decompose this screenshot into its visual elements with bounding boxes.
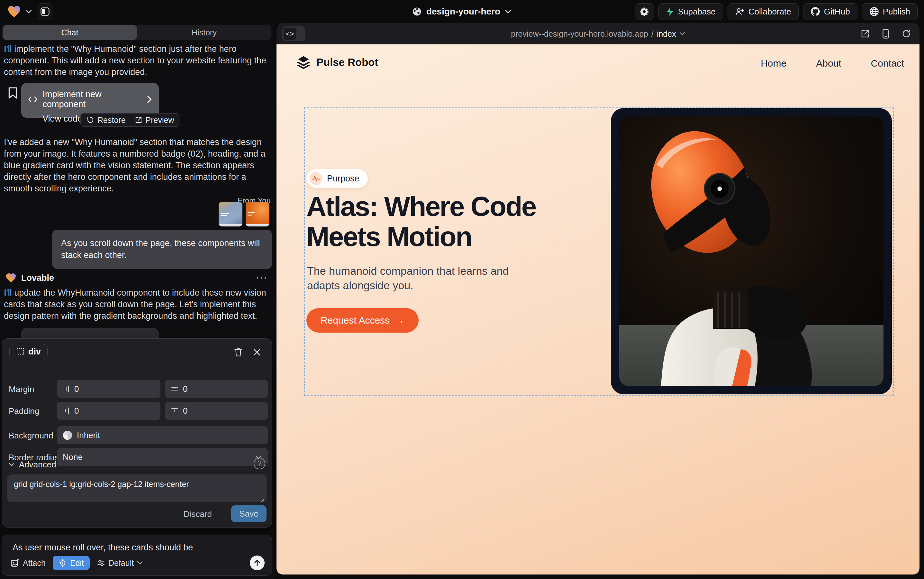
padding-vertical-icon (171, 407, 178, 414)
layers-logo-icon (296, 55, 310, 69)
composer-toolbar: Attach Edit Default (11, 556, 264, 570)
open-external-icon[interactable] (860, 29, 870, 39)
top-bar: design-your-hero Supabase (0, 0, 924, 23)
site-logo[interactable]: Pulse Robot (296, 55, 379, 69)
restore-button[interactable]: Restore (87, 116, 126, 125)
hero-robot-card (611, 108, 892, 394)
purpose-badge: Purpose (306, 169, 368, 188)
selected-element-pill[interactable]: div (9, 344, 47, 359)
background-input[interactable]: Inherit (57, 426, 268, 444)
hero-heading-line1: Atlas: Where Code (306, 191, 536, 221)
preview-top-bar: <> preview--design-your-hero.lovable.app… (276, 23, 919, 44)
logo-chevron-down-icon[interactable] (25, 9, 32, 14)
padding-horizontal-icon (63, 407, 70, 415)
nav-about[interactable]: About (816, 58, 841, 69)
tab-chat[interactable]: Chat (3, 25, 137, 40)
element-box-icon (16, 347, 24, 356)
github-button[interactable]: GitHub (803, 3, 857, 20)
padding-x-input[interactable]: 0 (57, 402, 160, 420)
send-button[interactable] (250, 556, 264, 570)
trash-icon (234, 348, 242, 357)
component-card-header: Implement new component (28, 90, 152, 110)
nav-home[interactable]: Home (761, 58, 787, 69)
padding-y-input[interactable]: 0 (165, 402, 268, 420)
project-switcher[interactable]: design-your-hero (412, 0, 512, 23)
advanced-help-icon[interactable]: ? (254, 458, 265, 469)
preview-url: preview--design-your-hero.lovable.app (511, 29, 648, 39)
save-button[interactable]: Save (231, 505, 266, 522)
refresh-icon[interactable] (901, 29, 911, 39)
panel-layout-icon (41, 7, 49, 16)
publish-globe-icon (869, 7, 879, 16)
preview-page: index (657, 29, 676, 39)
settings-button[interactable] (635, 3, 654, 20)
assistant-message-2: I've added a new "Why Humanoid" section … (4, 136, 271, 194)
attachment-thumbnail-2[interactable] (246, 202, 269, 226)
hero-heading-line2: Meets Motion (306, 221, 536, 252)
mode-chevron-down-icon (137, 561, 143, 565)
component-version-card[interactable]: Implement new component View code (21, 83, 159, 118)
chat-composer[interactable]: As user mouse roll over, these cards sho… (2, 535, 272, 576)
transparency-swatch-icon (63, 430, 72, 440)
element-inspector-panel: div Margin 0 (2, 339, 272, 528)
assistant-message-3: I'll update the WhyHumanoid component to… (4, 287, 271, 322)
mobile-view-icon[interactable] (882, 29, 890, 39)
nav-contact[interactable]: Contact (871, 58, 904, 69)
preview-pane: <> preview--design-your-hero.lovable.app… (276, 23, 919, 574)
site-nav: Home About Contact (761, 58, 904, 69)
publish-button[interactable]: Publish (862, 3, 917, 20)
close-panel-button[interactable] (250, 346, 263, 359)
sidebar-toggle-button[interactable] (37, 3, 53, 20)
assistant-name: Lovable (21, 273, 54, 283)
send-arrow-up-icon (254, 559, 261, 567)
restore-icon (87, 116, 94, 124)
target-edit-icon (59, 559, 67, 567)
occluded-component-card (21, 328, 159, 339)
border-radius-select[interactable]: None (57, 448, 268, 466)
attach-button[interactable]: Attach (11, 558, 46, 568)
message-more-button[interactable]: ··· (256, 273, 268, 283)
sliders-icon (97, 559, 105, 567)
margin-label: Margin (9, 384, 34, 394)
attachment-thumbnail-1[interactable] (219, 202, 242, 226)
assistant-header: Lovable ··· (6, 272, 268, 285)
mode-select[interactable]: Default (97, 558, 143, 568)
resize-handle-icon[interactable] (260, 497, 264, 502)
margin-vertical-icon (171, 385, 178, 393)
globe-icon (412, 7, 422, 16)
margin-horizontal-icon (63, 385, 70, 393)
background-label: Background (9, 431, 53, 441)
pulse-icon (312, 175, 320, 182)
tab-history[interactable]: History (137, 25, 271, 40)
preview-url-bar[interactable]: preview--design-your-hero.lovable.app / … (276, 23, 919, 44)
attach-image-icon (11, 559, 20, 567)
request-access-button[interactable]: Request Access → (306, 308, 419, 333)
purpose-badge-label: Purpose (327, 174, 359, 184)
hero-subtitle: The humanoid companion that learns and a… (307, 264, 532, 293)
collaborate-button[interactable]: Collaborate (728, 3, 798, 20)
lovable-logo-icon[interactable] (8, 5, 21, 18)
preview-button[interactable]: Preview (135, 116, 174, 125)
margin-x-input[interactable]: 0 (57, 380, 160, 398)
delete-element-button[interactable] (232, 346, 245, 359)
robot-image (619, 116, 883, 386)
code-icon (28, 96, 38, 103)
collaborate-users-icon (735, 7, 744, 16)
selected-element-name: div (28, 347, 41, 357)
edit-mode-button[interactable]: Edit (53, 556, 90, 570)
site-brand-name: Pulse Robot (317, 56, 379, 69)
top-bar-left (8, 0, 53, 23)
discard-button[interactable]: Discard (184, 509, 212, 519)
composer-input[interactable]: As user mouse roll over, these cards sho… (13, 543, 193, 553)
component-card-title: Implement new component (43, 90, 142, 110)
supabase-button[interactable]: Supabase (658, 3, 723, 20)
advanced-chevron-icon (9, 463, 15, 467)
advanced-section-toggle[interactable]: Advanced (9, 460, 56, 469)
bookmark-icon[interactable] (8, 87, 18, 99)
tailwind-classes-textarea[interactable]: grid grid-cols-1 lg:grid-cols-2 gap-12 i… (7, 474, 266, 502)
supabase-icon (666, 7, 674, 16)
margin-y-input[interactable]: 0 (165, 380, 268, 398)
url-separator: / (651, 29, 654, 39)
top-bar-actions: Supabase Collaborate GitHub (635, 0, 917, 23)
chat-history-tabs: Chat History (3, 25, 271, 40)
